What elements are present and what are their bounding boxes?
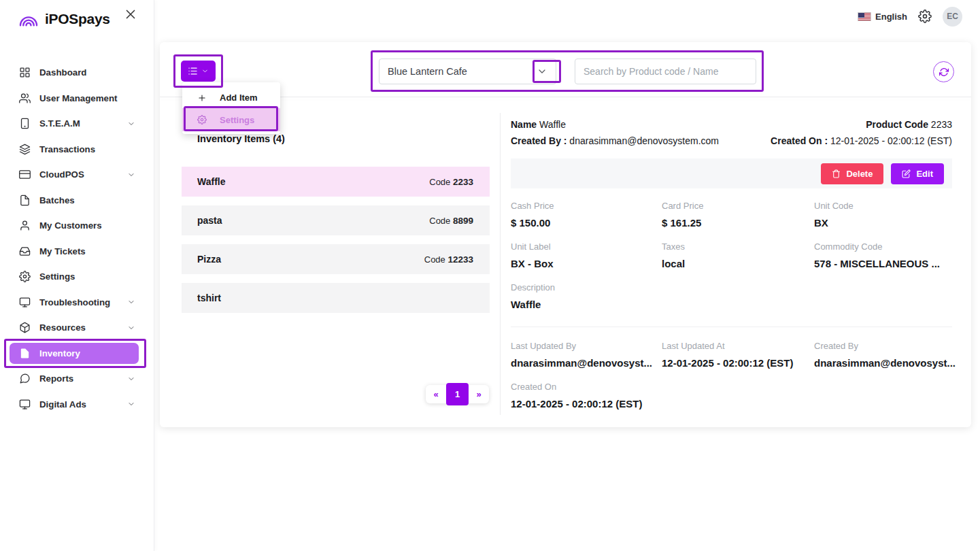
sidebar-item-reports[interactable]: Reports [0,366,154,392]
sidebar-item-label: Transactions [39,144,95,154]
sidebar-item-label: Dashboard [39,67,86,78]
detail-action-bar: Delete Edit [511,158,952,188]
close-sidebar-icon[interactable] [123,7,138,22]
monitor-icon [19,297,31,308]
inventory-row-tshirt[interactable]: tshirt [182,283,490,313]
users-icon [19,93,31,104]
sidebar-item-label: User Management [39,93,118,103]
inventory-page-card: Blue Lantern Cafe Add Item Settings Inve… [160,42,971,427]
sidebar-item-digital-ads[interactable]: Digital Ads [0,392,154,418]
sidebar-item-my-customers[interactable]: My Customers [0,213,154,239]
inventory-list-title: Inventory Items (4) [197,133,285,144]
sidebar-item-label: Digital Ads [39,399,86,410]
pagination: « 1 » [426,385,489,403]
pagination-next-button[interactable]: » [469,389,489,399]
gear-icon [197,115,207,124]
brand-logo: iPOSpays [18,11,110,27]
sidebar-item-troubleshooting[interactable]: Troubleshooting [0,290,154,316]
detail-section-divider [511,327,952,327]
chevron-down-icon [127,120,135,128]
user-icon [19,220,31,231]
monitor-icon [19,399,31,410]
sidebar-item-inventory[interactable]: Inventory [10,343,139,364]
edit-button[interactable]: Edit [891,163,944,184]
package-icon [19,322,31,333]
refresh-button[interactable] [933,61,954,82]
field-last-updated-at: Last Updated At12-01-2025 - 02:00:12 (ES… [662,341,814,370]
credit-card-icon [19,169,31,180]
inventory-row-pasta[interactable]: pasta Code 8899 [182,205,490,235]
panel-divider [500,113,501,415]
field-last-updated-by: Last Updated Bydnarasimman@denovosyst... [511,341,662,370]
field-unit-label: Unit LabelBX - Box [511,241,662,271]
inventory-row-waffle[interactable]: Waffle Code 2233 [182,167,490,197]
smartphone-icon [19,118,31,129]
inventory-row-pizza[interactable]: Pizza Code 12233 [182,244,490,274]
chevron-down-icon [127,324,135,332]
sidebar-item-cloudpos[interactable]: CloudPOS [0,162,154,188]
field-card-price: Card Price$ 161.25 [662,201,814,230]
item-name: pasta [197,215,222,226]
item-name: Pizza [197,254,221,265]
sidebar-item-my-tickets[interactable]: My Tickets [0,239,154,265]
chat-bubble-icon [19,373,31,384]
sidebar-item-resources[interactable]: Resources [0,315,154,341]
item-code: Code 8899 [429,216,473,226]
sidebar-item-label: My Customers [39,220,102,231]
search-input[interactable] [575,59,756,84]
file-filled-icon [19,348,31,359]
item-code: Code 12233 [424,254,473,265]
item-name: tshirt [197,293,221,303]
dashboard-icon [19,67,31,78]
brand-name: iPOSpays [45,11,110,27]
delete-button[interactable]: Delete [821,163,883,184]
edit-pencil-icon [902,169,911,178]
sidebar-nav: Dashboard User Management S.T.E.A.M Tran… [0,60,154,417]
sidebar-item-label: S.T.E.A.M [39,118,80,129]
detail-meta-fields: Last Updated Bydnarasimman@denovosyst...… [511,341,952,411]
field-unit-code: Unit CodeBX [814,201,952,230]
language-selector[interactable]: English [858,12,907,22]
sidebar: iPOSpays Dashboard User Management S.T.E… [0,0,154,551]
pagination-page-1[interactable]: 1 [446,383,469,405]
gear-icon[interactable] [918,10,932,23]
menu-item-label: Settings [220,115,254,125]
menu-item-settings[interactable]: Settings [182,108,280,131]
us-flag-icon [858,12,871,21]
plus-icon [197,93,207,103]
sidebar-item-transactions[interactable]: Transactions [0,137,154,163]
menu-item-add-item[interactable]: Add Item [182,87,280,108]
top-header: English EC [858,5,962,27]
sidebar-item-steam[interactable]: S.T.E.A.M [0,111,154,137]
store-select[interactable]: Blue Lantern Cafe [379,59,556,84]
refresh-icon [939,67,949,77]
item-details-panel: Name Waffle Product Code 2233 Created By… [511,119,952,411]
sidebar-item-label: Inventory [39,348,80,358]
sidebar-item-batches[interactable]: Batches [0,188,154,214]
detail-created-on-header: Created On : 12-01-2025 - 02:00:12 (EST) [771,135,952,147]
sidebar-item-label: Reports [39,373,73,384]
chevron-down-icon [127,375,135,383]
pagination-prev-button[interactable]: « [426,389,446,399]
chevron-down-icon [537,66,547,77]
sidebar-item-user-management[interactable]: User Management [0,86,154,112]
sidebar-item-label: Batches [39,195,75,205]
field-description: DescriptionWaffle [511,282,662,312]
field-created-on: Created On12-01-2025 - 02:00:12 (EST) [511,382,662,411]
layers-icon [19,144,31,155]
field-cash-price: Cash Price$ 150.00 [511,201,662,230]
chevron-down-icon [201,67,209,75]
gear-icon [19,271,31,282]
toolbar-divider [160,97,971,97]
list-menu-button[interactable] [181,61,216,82]
brand-arcs-icon [18,11,39,27]
menu-item-label: Add Item [220,93,258,103]
detail-created-by-header: Created By : dnarasimman@denovosystem.co… [511,135,719,147]
field-commodity-code: Commodity Code578 - MISCELLANEOUS ... [814,241,952,271]
chevron-down-icon [127,171,135,179]
avatar[interactable]: EC [943,7,962,27]
sidebar-item-label: Troubleshooting [39,297,110,307]
language-label: English [875,12,907,22]
sidebar-item-dashboard[interactable]: Dashboard [0,60,154,86]
sidebar-item-settings[interactable]: Settings [0,264,154,290]
